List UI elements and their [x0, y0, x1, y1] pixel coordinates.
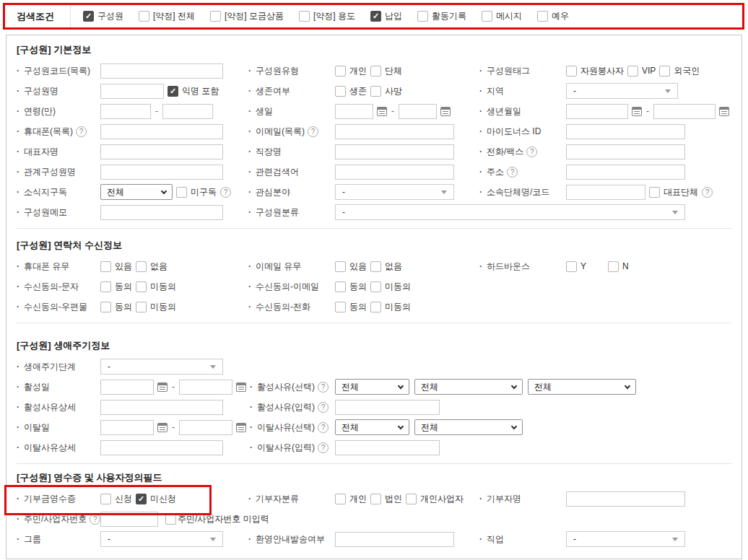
related-keyword-input[interactable] [335, 165, 454, 180]
age-from-input[interactable] [100, 104, 151, 119]
checkbox-icon[interactable] [370, 494, 381, 504]
help-icon[interactable]: ? [220, 187, 231, 198]
lifecycle-stage-dropdown[interactable]: - [100, 359, 223, 375]
age-to-input[interactable] [162, 104, 213, 119]
calendar-icon[interactable] [377, 107, 387, 116]
help-icon[interactable]: ? [702, 187, 713, 198]
job-dropdown[interactable]: - [566, 531, 685, 547]
phone-fax-input[interactable] [566, 144, 685, 159]
calendar-icon[interactable] [157, 382, 168, 392]
member-name-input[interactable] [100, 84, 164, 99]
checkbox-icon[interactable] [335, 261, 346, 272]
help-icon[interactable]: ? [526, 146, 537, 157]
mydonors-id-input[interactable] [566, 124, 685, 139]
checkbox-icon[interactable] [627, 66, 638, 76]
donor-individual[interactable]: 개인 [335, 493, 367, 505]
email-exist-yes[interactable]: 있음 [335, 261, 367, 273]
calendar-icon[interactable] [632, 107, 642, 116]
filter-pledge-all[interactable]: [약정] 전체 [139, 10, 195, 22]
help-icon[interactable]: ? [318, 422, 329, 433]
tag-foreigner[interactable]: 외국인 [659, 65, 700, 77]
agree-post-no[interactable]: 미동의 [136, 301, 176, 313]
filter-pledge-purpose[interactable]: [약정] 용도 [299, 10, 355, 22]
checkbox-icon[interactable] [168, 86, 178, 97]
checkbox-icon[interactable] [100, 281, 111, 292]
checkbox-icon[interactable] [649, 187, 660, 198]
agree-email-no[interactable]: 미동의 [370, 281, 411, 293]
checkbox-icon[interactable] [210, 11, 221, 22]
filter-pledge-product[interactable]: [약정] 모금상품 [210, 10, 284, 22]
group-dropdown[interactable]: - [100, 531, 223, 547]
agree-sms-no[interactable]: 미동의 [136, 281, 176, 293]
rep-name-input[interactable] [100, 144, 223, 159]
checkbox-icon[interactable] [608, 261, 619, 272]
checkbox-icon[interactable] [537, 11, 548, 22]
checkbox-icon[interactable] [100, 261, 111, 272]
agree-sms-yes[interactable]: 동의 [100, 281, 132, 293]
filter-activity[interactable]: 활동기록 [417, 10, 466, 22]
region-dropdown[interactable]: - [566, 83, 678, 99]
filter-member[interactable]: 구성원 [83, 10, 123, 22]
checkbox-icon[interactable] [136, 302, 147, 312]
agree-post-yes[interactable]: 동의 [100, 301, 132, 313]
member-type-group[interactable]: 단체 [370, 65, 402, 77]
help-icon[interactable]: ? [318, 382, 329, 393]
leave-date-from-input[interactable] [100, 420, 154, 435]
hard-bounce-n[interactable]: N [608, 261, 629, 272]
interest-dropdown[interactable]: - [335, 184, 454, 200]
calendar-icon[interactable] [440, 107, 451, 116]
active-reason-select-3[interactable]: 전체 [528, 379, 636, 395]
checkbox-icon[interactable] [370, 66, 381, 76]
receipt-applied[interactable]: 신청 [100, 493, 132, 505]
leave-date-to-input[interactable] [179, 420, 232, 435]
active-date-from-input[interactable] [100, 380, 154, 395]
birthdate-from-input[interactable] [566, 104, 628, 119]
checkbox-icon[interactable] [83, 11, 94, 22]
checkbox-icon[interactable] [100, 302, 111, 312]
active-detail-input[interactable] [100, 400, 223, 415]
member-memo-input[interactable] [100, 205, 223, 220]
leave-detail-input[interactable] [100, 440, 223, 455]
alive-no[interactable]: 사망 [370, 85, 402, 97]
checkbox-icon[interactable] [335, 281, 346, 292]
donor-sole-proprietor[interactable]: 개인사업자 [406, 493, 464, 505]
tag-volunteer[interactable]: 자원봉사자 [566, 65, 624, 77]
workplace-input[interactable] [335, 144, 454, 159]
email-input[interactable] [335, 124, 454, 139]
active-date-to-input[interactable] [179, 380, 232, 395]
checkbox-icon[interactable] [335, 86, 346, 97]
checkbox-icon[interactable] [136, 261, 147, 272]
tag-vip[interactable]: VIP [627, 66, 656, 76]
checkbox-icon[interactable] [136, 494, 147, 504]
org-name-code-input[interactable] [566, 185, 645, 200]
checkbox-icon[interactable] [482, 11, 492, 22]
checkbox-icon[interactable] [659, 66, 670, 76]
id-number-input[interactable] [100, 512, 158, 527]
id-number-none-checkbox[interactable]: 주민/사업자번호 미입력 [165, 513, 269, 525]
checkbox-icon[interactable] [566, 261, 577, 272]
newsletter-select[interactable]: 전체 [100, 184, 173, 200]
include-anonymous[interactable]: 익명 포함 [168, 85, 219, 97]
rep-org-checkbox[interactable]: 대표단체 [649, 186, 698, 198]
checkbox-icon[interactable] [335, 302, 346, 312]
checkbox-icon[interactable] [100, 494, 111, 504]
mobile-exist-yes[interactable]: 있음 [100, 261, 132, 273]
address-input[interactable] [566, 165, 685, 180]
calendar-icon[interactable] [236, 423, 246, 432]
checkbox-icon[interactable] [566, 66, 577, 76]
checkbox-icon[interactable] [176, 187, 187, 198]
checkbox-icon[interactable] [417, 11, 428, 22]
mobile-input[interactable] [100, 124, 223, 139]
member-class-dropdown[interactable]: - [335, 204, 685, 220]
leave-reason-select-1[interactable]: 전체 [335, 419, 409, 435]
help-icon[interactable]: ? [76, 126, 87, 137]
calendar-icon[interactable] [157, 423, 168, 432]
checkbox-icon[interactable] [335, 66, 346, 76]
checkbox-icon[interactable] [136, 281, 147, 292]
checkbox-icon[interactable] [370, 281, 381, 292]
checkbox-icon[interactable] [335, 494, 346, 504]
agree-phone-yes[interactable]: 동의 [335, 301, 367, 313]
agree-email-yes[interactable]: 동의 [335, 281, 367, 293]
relation-member-input[interactable] [100, 165, 223, 180]
mobile-exist-no[interactable]: 없음 [136, 261, 168, 273]
